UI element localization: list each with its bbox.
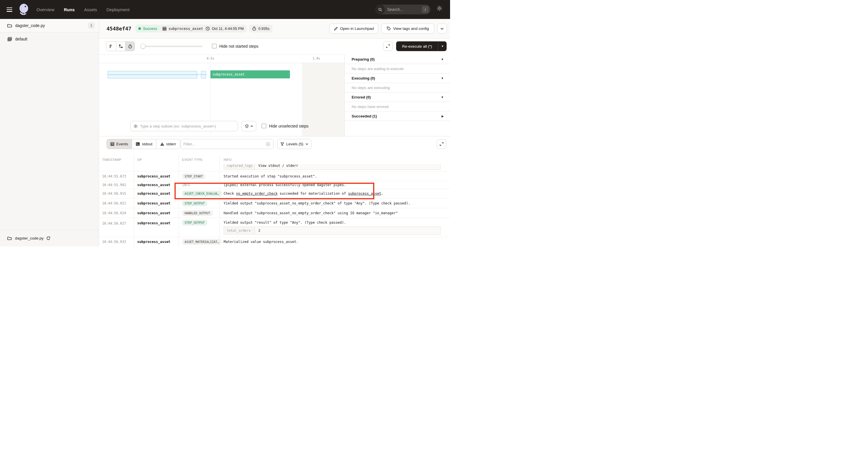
chevron-up-icon — [250, 125, 253, 127]
section-executing[interactable]: Executing (0) ▼ — [345, 73, 450, 83]
zoom-slider-handle[interactable] — [141, 43, 146, 49]
asset-check-link[interactable]: no_empty_order_check — [236, 191, 278, 196]
dagster-logo-icon[interactable] — [17, 3, 30, 16]
op-selector-icon — [133, 124, 138, 128]
section-errored-body: No steps have errored — [345, 102, 450, 112]
step-subset-input[interactable] — [140, 124, 235, 128]
log-table-header: TIMESTAMP OP EVENT TYPE INFO — [99, 155, 450, 164]
job-grid-icon — [7, 37, 12, 41]
table-row: 16:44:55.673 subprocess_asset STEP_START… — [99, 172, 450, 181]
op-link[interactable]: subprocess_asset — [137, 211, 170, 215]
chevron-down-icon — [305, 143, 308, 145]
flat-view-toggle[interactable] — [107, 42, 116, 51]
sidebar-job-default[interactable]: default — [0, 32, 99, 46]
log-filter-input[interactable] — [183, 142, 266, 146]
open-in-launchpad-button[interactable]: Open in Launchpad — [329, 24, 378, 34]
gantt-fullscreen-button[interactable] — [383, 41, 393, 51]
nav-item-assets[interactable]: Assets — [84, 7, 97, 12]
pencil-icon — [334, 27, 338, 31]
tab-events[interactable]: Events — [107, 139, 132, 149]
run-count-badge: 1 — [88, 22, 95, 29]
table-row: 16:44:56.021 subprocess_asset STEP_OUTPU… — [99, 199, 450, 208]
started-at-chip: Oct 11, 4:44:55 PM — [203, 25, 247, 32]
caret-down-icon: ▼ — [441, 96, 444, 99]
hide-unselected-checkbox[interactable] — [261, 123, 267, 128]
chevron-down-icon — [440, 28, 444, 30]
asset-chip[interactable]: subprocess_asset — [160, 25, 206, 32]
graph-query-button[interactable] — [241, 121, 256, 131]
section-succeeded[interactable]: Succeeded (1) ▶ — [345, 112, 450, 121]
step-subset-inputbox — [130, 121, 238, 131]
event-log-table: TIMESTAMP OP EVENT TYPE INFO captured_lo… — [99, 155, 450, 246]
expand-icon — [439, 142, 444, 146]
folder-icon — [7, 24, 12, 28]
stopwatch-icon — [252, 26, 256, 31]
op-link[interactable]: subprocess_asset — [137, 201, 170, 205]
reload-icon[interactable] — [46, 236, 51, 240]
global-search[interactable]: / — [375, 5, 431, 14]
nav-item-deployment[interactable]: Deployment — [106, 7, 129, 12]
section-errored[interactable]: Errored (0) ▼ — [345, 92, 450, 102]
asset-link[interactable]: subprocess_asset — [348, 191, 381, 196]
status-badge: Success — [135, 25, 160, 32]
clock-icon — [206, 26, 210, 31]
clear-filter-icon[interactable] — [266, 142, 270, 146]
folder-icon — [7, 236, 12, 240]
tab-stdout[interactable]: stdout — [132, 139, 156, 149]
captured-logs-link[interactable]: View stdout / stderr — [255, 164, 440, 170]
reexecute-all-button[interactable]: Re-execute all (*) ▼ — [396, 41, 446, 51]
op-link[interactable]: subprocess_asset — [137, 191, 170, 196]
tab-stderr[interactable]: stderr — [156, 139, 180, 149]
run-actions-chevron-button[interactable] — [437, 24, 447, 34]
zoom-slider-track[interactable] — [143, 46, 203, 47]
nav-item-runs[interactable]: Runs — [64, 7, 75, 12]
col-op: OP — [134, 155, 179, 164]
col-timestamp: TIMESTAMP — [99, 155, 134, 164]
op-link[interactable]: subprocess_asset — [137, 221, 170, 225]
search-input[interactable] — [385, 7, 422, 12]
timed-view-toggle[interactable] — [125, 42, 135, 51]
reexecute-options-caret[interactable]: ▼ — [438, 41, 446, 51]
expand-icon — [386, 44, 390, 48]
event-type-label: INFO — [182, 183, 190, 187]
funnel-icon — [280, 142, 284, 146]
table-row: 16:44:56.027 subprocess_asset STEP_OUTPU… — [99, 218, 450, 237]
sidebar-footer: dagster_code.py — [0, 230, 99, 246]
col-event-type: EVENT TYPE — [179, 155, 220, 164]
log-filter — [180, 139, 274, 149]
table-grid-icon — [162, 27, 166, 31]
op-link[interactable]: subprocess_asset — [137, 174, 170, 178]
nav-item-overview[interactable]: Overview — [36, 7, 55, 12]
axis-tick-05s: 0.5s — [207, 57, 214, 60]
gear-icon[interactable] — [436, 5, 443, 12]
section-preparing[interactable]: Preparing (0) ▼ — [345, 55, 450, 64]
gantt-view-toggle — [106, 41, 135, 51]
view-tags-config-button[interactable]: View tags and config — [381, 24, 434, 34]
table-row: 16:44:55.992 subprocess_asset INFO [pipe… — [99, 181, 450, 189]
events-fullscreen-button[interactable] — [437, 139, 446, 149]
event-type-badge: STEP_OUTPUT — [182, 220, 207, 226]
levels-filter-button[interactable]: Levels (5) — [277, 139, 311, 149]
job-label: default — [15, 37, 27, 41]
table-row: 16:44:56.015 subprocess_asset ASSET_CHEC… — [99, 189, 450, 199]
hide-unselected-label: Hide unselected steps — [269, 124, 309, 128]
duration-chip: 0.935s — [249, 25, 272, 32]
gantt-bar-subprocess-asset[interactable]: subprocess_asset — [210, 70, 290, 79]
tag-icon — [386, 26, 391, 31]
run-header: 4548ef47 Success subprocess_asset Oct 11… — [99, 19, 450, 38]
op-link[interactable]: subprocess_asset — [137, 183, 170, 187]
sidebar-code-location[interactable]: dagster_code.py 1 — [0, 19, 99, 32]
metadata-table: captured_logs View stdout / stderr — [224, 164, 441, 170]
event-type-badge: HANDLED_OUTPUT — [182, 210, 213, 216]
hide-not-started-checkbox[interactable] — [212, 43, 217, 49]
axis-tick-10s: 1.0s — [313, 57, 320, 60]
hamburger-menu-icon[interactable] — [7, 7, 12, 12]
search-shortcut-key: / — [422, 6, 429, 13]
event-type-badge: ASSET_MATERIALIZAT… — [182, 239, 222, 245]
table-row: 16:44:56.033 subprocess_asset ASSET_MATE… — [99, 237, 450, 246]
waterfall-view-toggle[interactable] — [116, 42, 126, 51]
table-row: 16:44:56.024 subprocess_asset HANDLED_OU… — [99, 208, 450, 218]
code-location-label: dagster_code.py — [15, 23, 88, 28]
waiting-phase-bar — [107, 71, 206, 79]
op-link[interactable]: subprocess_asset — [137, 240, 170, 244]
